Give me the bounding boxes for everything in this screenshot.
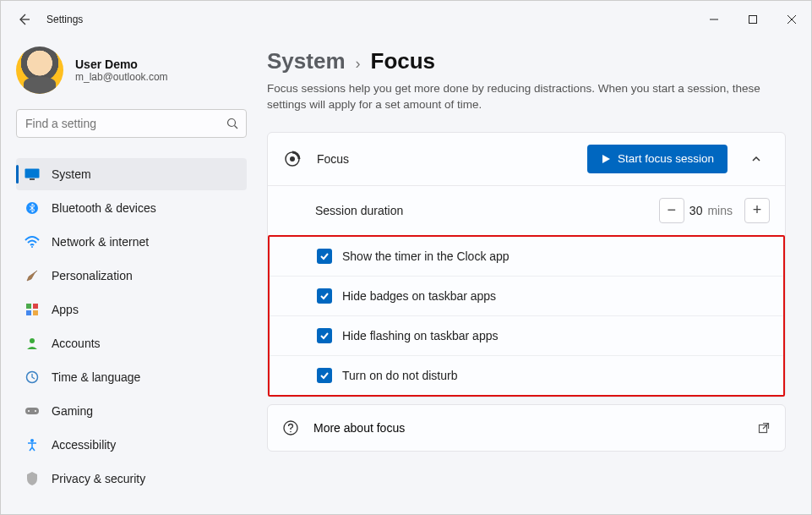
svg-rect-7 — [30, 178, 35, 180]
play-icon — [601, 154, 611, 164]
bluetooth-icon — [25, 200, 40, 216]
option-timer[interactable]: Show the timer in the Clock app — [270, 237, 783, 276]
nav-list: System Bluetooth & devices Network & int… — [16, 158, 247, 495]
nav-label: Network & internet — [52, 235, 149, 249]
monitor-icon — [25, 167, 40, 182]
maximize-button[interactable] — [733, 1, 772, 38]
back-button[interactable] — [16, 12, 31, 27]
search-input[interactable] — [16, 109, 247, 138]
duration-label: Session duration — [315, 204, 403, 217]
chevron-right-icon: › — [356, 55, 361, 73]
nav-label: Personalization — [52, 269, 133, 282]
titlebar: Settings — [1, 1, 811, 38]
option-label: Hide badges on taskbar apps — [342, 289, 496, 303]
option-label: Show the timer in the Clock app — [342, 249, 510, 263]
svg-point-19 — [30, 439, 34, 442]
breadcrumb: System › Focus — [267, 48, 786, 74]
nav-item-personalization[interactable]: Personalization — [16, 260, 247, 292]
highlighted-options: Show the timer in the Clock app Hide bad… — [268, 235, 785, 397]
main-content: System › Focus Focus sessions help you g… — [259, 38, 811, 514]
svg-point-18 — [35, 410, 36, 412]
search-box — [16, 109, 247, 138]
collapse-toggle[interactable] — [743, 145, 770, 173]
svg-rect-13 — [33, 310, 38, 315]
nav-label: Accounts — [52, 337, 101, 350]
more-about-focus[interactable]: More about focus — [267, 404, 786, 452]
more-label: More about focus — [313, 421, 405, 435]
chevron-up-icon — [751, 154, 761, 164]
user-name: User Demo — [75, 58, 168, 71]
option-badges[interactable]: Hide badges on taskbar apps — [270, 276, 783, 315]
nav-item-bluetooth[interactable]: Bluetooth & devices — [16, 192, 247, 224]
shield-icon — [25, 471, 40, 486]
nav-item-system[interactable]: System — [16, 158, 247, 190]
duration-value: 30 — [689, 204, 703, 217]
focus-icon — [283, 150, 302, 168]
svg-point-21 — [290, 156, 295, 162]
nav-item-privacy[interactable]: Privacy & security — [16, 463, 247, 495]
start-focus-button[interactable]: Start focus session — [587, 145, 728, 173]
option-label: Hide flashing on taskbar apps — [342, 329, 498, 342]
focus-header: Focus Start focus session — [268, 133, 785, 185]
increase-button[interactable]: + — [744, 198, 770, 223]
checkbox-checked[interactable] — [317, 328, 332, 343]
nav-label: Bluetooth & devices — [52, 201, 156, 215]
svg-rect-6 — [25, 169, 40, 178]
nav-item-accounts[interactable]: Accounts — [16, 327, 247, 359]
apps-icon — [25, 302, 40, 317]
person-icon — [25, 336, 40, 351]
option-flashing[interactable]: Hide flashing on taskbar apps — [270, 315, 783, 355]
sidebar: User Demo m_lab@outlook.com System Bluet… — [1, 38, 259, 514]
page-description: Focus sessions help you get more done by… — [267, 81, 782, 113]
nav-label: Accessibility — [52, 438, 116, 452]
nav-label: Time & language — [52, 370, 140, 384]
duration-unit: mins — [707, 204, 733, 217]
user-account[interactable]: User Demo m_lab@outlook.com — [16, 38, 247, 94]
external-link-icon — [758, 422, 770, 434]
help-icon — [283, 420, 298, 436]
checkbox-checked[interactable] — [317, 368, 332, 383]
option-label: Turn on do not disturb — [342, 369, 457, 382]
user-email: m_lab@outlook.com — [75, 71, 168, 83]
svg-rect-10 — [26, 304, 31, 309]
svg-rect-11 — [33, 304, 38, 309]
gamepad-icon — [25, 403, 40, 419]
svg-point-14 — [30, 338, 35, 343]
nav-item-time-language[interactable]: Time & language — [16, 361, 247, 393]
nav-item-apps[interactable]: Apps — [16, 293, 247, 326]
brush-icon — [25, 268, 40, 283]
focus-card: Focus Start focus session Session durati… — [267, 132, 786, 397]
svg-rect-1 — [749, 16, 757, 24]
option-dnd[interactable]: Turn on do not disturb — [270, 355, 783, 395]
window-title: Settings — [46, 14, 83, 25]
checkbox-checked[interactable] — [317, 288, 332, 304]
nav-item-gaming[interactable]: Gaming — [16, 395, 247, 427]
wifi-icon — [25, 234, 40, 249]
nav-item-network[interactable]: Network & internet — [16, 226, 247, 258]
close-button[interactable] — [772, 1, 811, 38]
nav-label: System — [52, 167, 91, 181]
svg-rect-12 — [26, 310, 31, 315]
nav-label: Apps — [52, 303, 79, 316]
breadcrumb-parent[interactable]: System — [267, 48, 346, 74]
page-title: Focus — [371, 48, 436, 74]
decrease-button[interactable]: − — [659, 198, 684, 223]
nav-item-accessibility[interactable]: Accessibility — [16, 429, 247, 461]
nav-label: Gaming — [52, 404, 93, 418]
nav-label: Privacy & security — [52, 472, 145, 485]
focus-title: Focus — [317, 152, 349, 166]
duration-row: Session duration − 30 mins + — [268, 186, 785, 235]
avatar — [16, 47, 63, 94]
svg-point-9 — [31, 246, 33, 248]
focus-body: Session duration − 30 mins + Show the ti… — [268, 185, 785, 397]
minimize-button[interactable] — [695, 1, 733, 38]
svg-point-17 — [28, 410, 30, 412]
start-button-label: Start focus session — [618, 152, 714, 165]
svg-point-23 — [290, 430, 292, 432]
clock-globe-icon — [25, 370, 40, 385]
svg-rect-16 — [25, 408, 39, 414]
accessibility-icon — [25, 437, 40, 452]
checkbox-checked[interactable] — [317, 249, 332, 264]
